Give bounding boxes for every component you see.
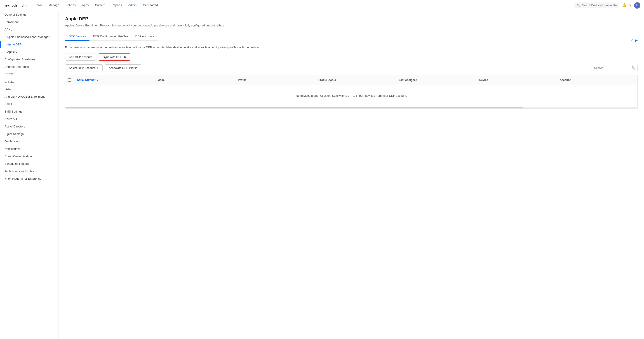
action-row-left: Add DEP Account Sync with DEP [65, 53, 130, 61]
sidebar-item-technicians-roles[interactable]: Technicians and Roles [0, 168, 58, 175]
sidebar-item-apns[interactable]: APNs [0, 26, 58, 33]
sync-with-dep-button[interactable]: Sync with DEP [99, 53, 130, 61]
sidebar-item-label: G Suite [4, 80, 14, 84]
sidebar-item-apple-vpp[interactable]: Apple VPP [0, 48, 58, 56]
sidebar-item-apple-business[interactable]: ▾ Apple Business/School Manager [0, 33, 58, 41]
action-row: Add DEP Account Sync with DEP [65, 53, 638, 61]
search-icon: 🔍 [577, 4, 580, 7]
sort-arrow-icon: ▲ [96, 79, 98, 81]
play-icon[interactable]: ▶ [635, 38, 638, 42]
user-avatar[interactable]: U [634, 2, 640, 8]
nav-apps[interactable]: Apps [79, 0, 92, 10]
nav-content[interactable]: Content [92, 0, 108, 10]
help-icon[interactable]: ? [629, 4, 631, 8]
tab-dep-devices[interactable]: DEP Devices [65, 32, 90, 41]
sidebar-item-general-settings[interactable]: General Settings [0, 11, 58, 18]
main-content: Apple DEP Apple's Device Enrollment Prog… [59, 11, 644, 339]
sidebar-item-azure-ad[interactable]: Azure AD [0, 115, 58, 123]
nav-policies[interactable]: Policies [63, 0, 78, 10]
sidebar-item-label: SMS Settings [4, 110, 22, 113]
sidebar-item-configurator-enrollment[interactable]: Configurator Enrollment [0, 56, 58, 63]
sidebar-item-enrollment[interactable]: Enrollment [0, 18, 58, 26]
add-dep-account-label: Add DEP Account [69, 55, 92, 59]
sidebar-item-label: Android ROM/OEM Enrollment [4, 95, 45, 98]
info-text: From here, you can manage the devices as… [65, 45, 638, 50]
nav-right: 🔍 🔔 ? U [574, 2, 640, 8]
table-empty-message: No devices found. Click on 'Sync with DE… [65, 85, 638, 106]
sidebar: General Settings Enrollment APNs ▾ Apple… [0, 11, 59, 339]
sidebar-item-label: Enrollment [4, 20, 18, 24]
sidebar-item-label: Apple VPP [7, 50, 22, 54]
select-all-checkbox[interactable] [68, 78, 71, 82]
nav-get-started[interactable]: Get Started [140, 0, 160, 10]
sidebar-item-label: Technicians and Roles [4, 170, 34, 173]
sidebar-item-sms-settings[interactable]: SMS Settings [0, 108, 58, 115]
sidebar-item-label: Apple Business/School Manager [7, 35, 50, 39]
sidebar-item-label: APNs [4, 28, 12, 31]
sidebar-item-label: Apple DEP [7, 43, 22, 46]
th-account[interactable]: Account [557, 77, 638, 83]
dropdown-arrow-icon: ▼ [96, 67, 99, 69]
select-dep-account-label: Select DEP Account [69, 66, 95, 70]
sidebar-item-android-enterprise[interactable]: Android Enterprise [0, 63, 58, 70]
dep-devices-table: Serial Number ▲ Model Profile Profile St… [65, 75, 638, 109]
nav-admin[interactable]: Admin [126, 0, 139, 10]
sidebar-item-label: Geofencing [4, 140, 20, 143]
sidebar-item-apple-dep[interactable]: Apple DEP [0, 41, 58, 48]
sidebar-item-label: Email [4, 102, 12, 106]
th-profile[interactable]: Profile [235, 77, 316, 83]
sidebar-item-g-suite[interactable]: G Suite [0, 78, 58, 86]
associate-dep-profile-button[interactable]: Associate DEP Profile [105, 64, 141, 72]
horizontal-scrollbar[interactable] [65, 107, 638, 108]
sidebar-item-label: Active Directory [4, 125, 25, 128]
nav-manage[interactable]: Manage [46, 0, 62, 10]
page-title: Apple DEP [65, 16, 638, 22]
select-dep-account-button[interactable]: Select DEP Account ▼ [65, 64, 102, 72]
top-nav: hexnode mdm Enroll Manage Policies Apps … [0, 0, 644, 11]
sidebar-item-email[interactable]: Email [0, 100, 58, 108]
nav-enroll[interactable]: Enroll [32, 0, 45, 10]
tab-dep-config-profiles[interactable]: DEP Configuration Profiles [90, 32, 132, 41]
sidebar-item-scheduled-reports[interactable]: Scheduled Reports [0, 160, 58, 168]
tabs: DEP Devices DEP Configuration Profiles D… [65, 32, 158, 41]
table-search[interactable]: 🔍 [592, 65, 638, 71]
sidebar-item-active-directory[interactable]: Active Directory [0, 123, 58, 130]
nav-reports[interactable]: Reports [109, 0, 125, 10]
table-header: Serial Number ▲ Model Profile Profile St… [65, 75, 638, 85]
th-model[interactable]: Model [155, 77, 235, 83]
sidebar-item-label: SCCM [4, 72, 13, 76]
search-icon: 🔍 [632, 66, 635, 70]
select-all-col[interactable] [65, 77, 74, 83]
sync-icon [124, 55, 126, 59]
sidebar-item-notifications[interactable]: Notifications [0, 145, 58, 152]
sidebar-item-geofencing[interactable]: Geofencing [0, 138, 58, 145]
app-logo[interactable]: hexnode mdm [4, 4, 27, 7]
th-serial-number[interactable]: Serial Number ▲ [74, 77, 155, 83]
add-dep-account-button[interactable]: Add DEP Account [65, 54, 96, 60]
sidebar-item-label: Brand Customization [4, 154, 32, 158]
th-profile-status[interactable]: Profile Status [316, 77, 396, 83]
global-search-input[interactable] [582, 4, 617, 7]
th-device[interactable]: Device [476, 77, 557, 83]
global-search[interactable]: 🔍 [574, 2, 619, 8]
tab-dep-accounts[interactable]: DEP Accounts [132, 32, 158, 41]
sidebar-item-label: Azure AD [4, 117, 17, 121]
nav-items: Enroll Manage Policies Apps Content Repo… [32, 0, 574, 10]
page-description: Apple's Device Enrollment Program lets y… [65, 23, 638, 28]
sidebar-item-agent-settings[interactable]: Agent Settings [0, 130, 58, 138]
sidebar-item-knox-platform[interactable]: Knox Platform for Enterprise [0, 175, 58, 182]
main-layout: General Settings Enrollment APNs ▾ Apple… [0, 11, 644, 339]
scrollbar-thumb[interactable] [66, 107, 523, 108]
sidebar-item-sccm[interactable]: SCCM [0, 70, 58, 78]
sidebar-item-android-rom[interactable]: Android ROM/OEM Enrollment [0, 93, 58, 100]
sync-with-dep-label: Sync with DEP [103, 55, 122, 59]
chevron-down-icon: ▾ [4, 36, 6, 38]
notifications-icon[interactable]: 🔔 [622, 3, 626, 8]
sidebar-item-label: General Settings [4, 13, 26, 16]
th-last-assigned[interactable]: Last Assigned [396, 77, 476, 83]
help-circle-icon[interactable]: ? [631, 38, 633, 42]
table-search-input[interactable] [594, 66, 630, 70]
sidebar-item-label: Android Enterprise [4, 65, 29, 68]
sidebar-item-brand-customization[interactable]: Brand Customization [0, 152, 58, 160]
sidebar-item-okta[interactable]: Okta [0, 86, 58, 93]
